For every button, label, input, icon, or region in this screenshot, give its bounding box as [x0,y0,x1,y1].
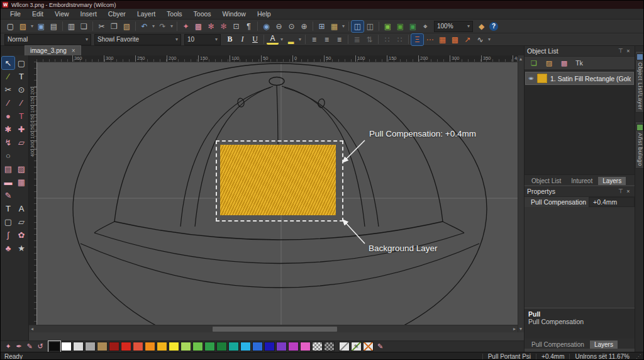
swatch-pink[interactable] [300,342,311,351]
property-value-field[interactable]: +0.4mm [589,197,635,207]
underline-button[interactable]: U [249,34,261,45]
letter-A-tool[interactable]: A [15,202,28,215]
palette-tool-cycle[interactable]: ↺ [35,342,45,351]
swatch-magenta[interactable] [288,342,299,351]
print-icon[interactable]: ▤ [48,21,60,32]
no-color-swatch[interactable] [339,342,350,351]
scroll-left-icon[interactable]: ◂ [31,326,33,332]
mesh-tool[interactable]: ▦ [15,176,28,188]
dropdown-arrow-icon[interactable]: ▾ [487,34,492,45]
horizontal-scrollbar[interactable]: ◂ ▸ [29,325,518,332]
grid-settings-icon[interactable]: ▦ [328,21,340,32]
dropdown-arrow-icon[interactable]: ▾ [279,34,284,45]
tab-intureot[interactable]: Intureot [567,177,597,185]
close-icon[interactable]: × [625,188,632,194]
print-preview-icon[interactable]: ▥ [65,21,77,32]
formatting-marks-icon[interactable]: ¶ [243,21,255,32]
page-setup-icon[interactable]: ❏ [78,21,90,32]
dropdown-arrow-icon[interactable]: ▾ [297,34,303,45]
applique-tool[interactable]: ♣ [2,242,14,254]
background-toggle-icon[interactable]: ▣ [407,21,419,32]
reshape-tool[interactable]: ▱ [15,215,28,228]
node-edit-icon[interactable]: ✦ [180,21,192,32]
dropdown-arrow-icon[interactable]: ▾ [169,21,174,32]
separator[interactable] [313,21,313,31]
cut-icon[interactable]: ✂ [96,21,108,32]
hook-tool[interactable]: ∫ [2,228,14,241]
dropdown-arrow-icon[interactable]: ▾ [341,21,346,32]
open-list-icon[interactable]: ▨ [543,58,555,68]
help-icon[interactable]: ? [489,22,498,31]
color-bar-tool[interactable]: ▬ [2,176,14,188]
swatch-navy[interactable] [264,342,275,351]
palette-tool-edit[interactable]: ✎ [25,342,35,351]
swatch-yellow[interactable] [169,342,179,351]
italic-button[interactable]: I [236,34,248,45]
object-doc-tool[interactable]: ▱ [15,136,28,149]
copy-icon[interactable]: ❐ [108,21,120,32]
zoom-tool-icon[interactable]: ◉ [260,21,272,32]
fabric-toggle-icon[interactable]: ▣ [394,21,406,32]
knife-tool[interactable]: ∕ [2,70,14,82]
dropdown-arrow-icon[interactable]: ▾ [30,21,35,32]
swatch-yellow-green[interactable] [180,342,191,351]
separator[interactable] [177,21,177,31]
close-icon[interactable]: × [625,48,632,54]
swatch-checker-light[interactable] [312,342,323,351]
curve-line-tool[interactable]: ∕ [15,96,28,109]
spacing-button[interactable]: ∷ [394,34,406,45]
font-color-button[interactable]: A [267,34,279,45]
new-list-icon[interactable]: ❏ [528,58,540,68]
scrollbar-thumb[interactable] [213,327,337,332]
zoom-100-icon[interactable]: ⊙ [286,21,297,32]
separator[interactable] [379,21,379,31]
edit-color-swatch[interactable]: ✎ [351,342,362,351]
swatch-cyan[interactable] [240,342,251,351]
star-tool[interactable]: ★ [15,242,28,254]
dropdown-arrow-icon[interactable]: ▾ [151,21,156,32]
document-tab[interactable]: image_3.png × [25,45,81,55]
style-select[interactable]: Normal ▾ [4,34,91,45]
justify-button[interactable]: ≣ [351,34,363,45]
object-list-row[interactable]: ◉ 1. Satin Fill Rectangle (Gold) [525,72,634,85]
separator[interactable] [305,35,306,44]
separator[interactable] [257,21,258,31]
select-frame-icon[interactable]: ⊡ [230,21,242,32]
paste-icon[interactable]: ▧ [121,21,133,32]
scroll-down-icon[interactable]: ▾ [519,326,522,332]
design-properties-icon[interactable]: ◆ [475,21,487,32]
align-left-button[interactable]: ≡ [308,34,320,45]
resize-handle-icon[interactable]: ↗ [462,34,474,45]
kerning-button[interactable]: ∷ [381,34,393,45]
favorite-select[interactable]: Showl Favorite ▾ [94,34,181,45]
line-tool[interactable]: ∕ [2,96,14,109]
menu-item[interactable]: File [4,9,26,20]
font-size-select[interactable]: 10 ▾ [184,34,221,45]
align-center-button[interactable]: ≡ [321,34,333,45]
menu-item[interactable]: Tools [161,9,188,20]
motif-b-icon[interactable]: ✻ [218,21,230,32]
tatami-fill-button[interactable]: ▦ [436,34,448,45]
bold-button[interactable]: B [224,34,236,45]
swatch-gray[interactable] [85,342,96,351]
separator[interactable] [264,35,264,44]
digitize-closed-tool[interactable]: ✚ [15,123,28,135]
motif-fill-button[interactable]: ▩ [449,34,461,45]
panel-view-a-icon[interactable]: ◫ [352,21,364,32]
digitize-open-tool[interactable]: ✱ [2,123,14,135]
side-tab-object-list[interactable]: Object List/Layer [635,51,644,113]
separator[interactable] [348,35,348,44]
separator[interactable] [348,21,349,31]
motif-a-icon[interactable]: ✻ [205,21,217,32]
zigzag-stitch-button[interactable]: ∿ [474,34,486,45]
satin-stitch-button[interactable]: Ξ [411,34,423,45]
pin-icon[interactable]: ⊤ [617,188,625,194]
select-tool[interactable]: ↖ [2,57,14,69]
swatch-white[interactable] [61,342,72,351]
swatch-tan[interactable] [97,342,108,351]
show-grid-icon[interactable]: ⊞ [316,21,328,32]
menu-item[interactable]: Layert [131,9,161,20]
sequence-tool[interactable]: ▤ [2,162,14,175]
menu-item[interactable]: View [49,9,75,20]
ellipse-tool[interactable]: ● [2,110,14,122]
